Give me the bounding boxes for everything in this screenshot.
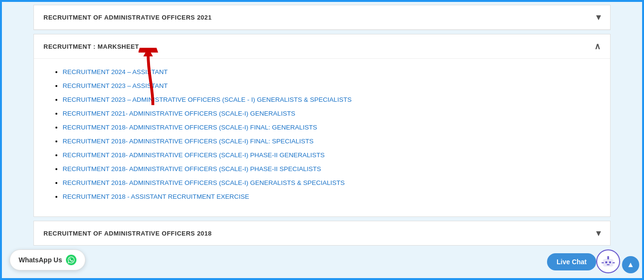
accordion-header-admin-2021[interactable]: RECRUITMENT OF ADMINISTRATIVE OFFICERS 2… bbox=[34, 5, 610, 30]
svg-rect-3 bbox=[605, 261, 607, 263]
marksheet-link-0[interactable]: RECRUITMENT 2024 – ASSISTANT bbox=[63, 68, 168, 75]
marksheet-link-5[interactable]: RECRUITMENT 2018- ADMINISTRATIVE OFFICER… bbox=[63, 138, 313, 145]
scroll-top-button[interactable]: ▲ bbox=[622, 256, 639, 273]
accordion-title-admin-2021: RECRUITMENT OF ADMINISTRATIVE OFFICERS 2… bbox=[43, 14, 212, 21]
accordion-marksheet: RECRUITMENT : MARKSHEET ∧ RECRUITMENT 20… bbox=[33, 34, 611, 217]
list-item: RECRUITMENT 2023 – ADMINISTRATIVE OFFICE… bbox=[63, 96, 591, 103]
list-item: RECRUITMENT 2018- ADMINISTRATIVE OFFICER… bbox=[63, 151, 591, 159]
list-item: RECRUITMENT 2018- ADMINISTRATIVE OFFICER… bbox=[63, 179, 591, 186]
accordion-header-marksheet[interactable]: RECRUITMENT : MARKSHEET ∧ bbox=[34, 34, 610, 59]
accordion-admin-2018[interactable]: RECRUITMENT OF ADMINISTRATIVE OFFICERS 2… bbox=[33, 221, 611, 246]
robot-icon bbox=[601, 255, 615, 268]
whatsapp-icon bbox=[66, 255, 76, 265]
marksheet-links-list: RECRUITMENT 2024 – ASSISTANTRECRUITMENT … bbox=[58, 68, 591, 200]
marksheet-link-3[interactable]: RECRUITMENT 2021- ADMINISTRATIVE OFFICER… bbox=[63, 110, 295, 117]
list-item: RECRUITMENT 2021- ADMINISTRATIVE OFFICER… bbox=[63, 110, 591, 117]
marksheet-link-7[interactable]: RECRUITMENT 2018- ADMINISTRATIVE OFFICER… bbox=[63, 165, 321, 172]
chevron-down-icon: ▾ bbox=[596, 12, 601, 22]
marksheet-link-8[interactable]: RECRUITMENT 2018- ADMINISTRATIVE OFFICER… bbox=[63, 179, 345, 186]
chevron-up-icon: ∧ bbox=[594, 41, 601, 52]
whatsapp-label: WhatsApp Us bbox=[19, 256, 62, 264]
list-item: RECRUITMENT 2023 – ASSISTANT bbox=[63, 82, 591, 89]
chevron-down-icon-2: ▾ bbox=[596, 228, 601, 238]
scroll-top-icon: ▲ bbox=[627, 260, 634, 269]
marksheet-link-6[interactable]: RECRUITMENT 2018- ADMINISTRATIVE OFFICER… bbox=[63, 151, 325, 159]
marksheet-link-2[interactable]: RECRUITMENT 2023 – ADMINISTRATIVE OFFICE… bbox=[63, 96, 352, 103]
marksheet-link-9[interactable]: RECRUITMENT 2018 - ASSISTANT RECRUITMENT… bbox=[63, 193, 249, 200]
accordion-body-marksheet: RECRUITMENT 2024 – ASSISTANTRECRUITMENT … bbox=[34, 59, 610, 216]
list-item: RECRUITMENT 2024 – ASSISTANT bbox=[63, 68, 591, 75]
svg-rect-5 bbox=[607, 264, 610, 265]
accordion-title-admin-2018: RECRUITMENT OF ADMINISTRATIVE OFFICERS 2… bbox=[43, 230, 212, 237]
accordion-title-marksheet: RECRUITMENT : MARKSHEET bbox=[43, 43, 139, 50]
whatsapp-button[interactable]: WhatsApp Us bbox=[10, 249, 86, 270]
svg-rect-4 bbox=[609, 261, 611, 263]
list-item: RECRUITMENT 2018 - ASSISTANT RECRUITMENT… bbox=[63, 193, 591, 200]
list-item: RECRUITMENT 2018- ADMINISTRATIVE OFFICER… bbox=[63, 138, 591, 145]
list-item: RECRUITMENT 2018- ADMINISTRATIVE OFFICER… bbox=[63, 165, 591, 172]
svg-point-8 bbox=[607, 256, 609, 258]
accordion-admin-2021[interactable]: RECRUITMENT OF ADMINISTRATIVE OFFICERS 2… bbox=[33, 5, 611, 30]
robot-chat-button[interactable] bbox=[596, 249, 620, 273]
marksheet-link-4[interactable]: RECRUITMENT 2018- ADMINISTRATIVE OFFICER… bbox=[63, 124, 317, 131]
marksheet-link-1[interactable]: RECRUITMENT 2023 – ASSISTANT bbox=[63, 82, 168, 89]
live-chat-button[interactable]: Live Chat bbox=[547, 253, 596, 270]
list-item: RECRUITMENT 2018- ADMINISTRATIVE OFFICER… bbox=[63, 124, 591, 131]
accordion-header-admin-2018[interactable]: RECRUITMENT OF ADMINISTRATIVE OFFICERS 2… bbox=[34, 221, 610, 245]
